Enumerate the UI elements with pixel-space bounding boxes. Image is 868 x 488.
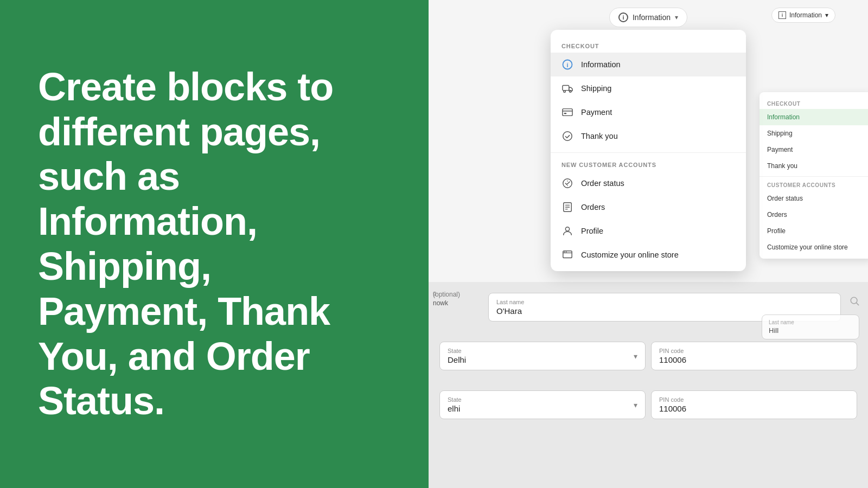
customize-menu-icon [561,249,573,261]
state-field-2[interactable]: State elhi ▾ [439,390,646,419]
menu-item-information[interactable]: i Information [551,53,746,76]
menu-item-orders[interactable]: Orders [551,195,746,219]
info-menu-icon: i [561,59,573,70]
menu-item-customize[interactable]: Customize your online store [551,243,746,267]
menu-item-profile[interactable]: Profile [551,219,746,243]
menu-item-thankyou[interactable]: Thank you [551,124,746,148]
sec-item-profile[interactable]: Profile [760,223,868,239]
menu-item-payment[interactable]: Payment [551,100,746,124]
partial-text-g: g [433,290,436,296]
accounts-section-label: NEW CUSTOMER ACCOUNTS [551,157,746,171]
secondary-information-button[interactable]: i Information ▾ [771,8,835,23]
dropdown-trigger-area: i Information ▾ [609,8,687,27]
state-2-dropdown-icon: ▾ [634,401,637,409]
sec-item-information[interactable]: Information [760,109,868,125]
menu-item-profile-label: Profile [581,227,603,235]
dropdown-trigger-label: Information [633,13,671,22]
svg-point-17 [564,252,565,253]
last-name-label: Last name [496,299,833,305]
secondary-last-name-field: Last name Hill [762,314,859,339]
svg-point-4 [570,91,572,93]
partial-text-nowk: nowk [433,299,448,307]
sec-item-thankyou[interactable]: Thank you [760,158,868,174]
secondary-info-icon: i [778,11,786,19]
svg-rect-2 [563,86,569,91]
sec-item-payment[interactable]: Payment [760,142,868,158]
menu-item-customize-label: Customize your online store [581,251,679,259]
svg-text:i: i [566,62,568,68]
sec-checkout-label: CHECKOUT [760,98,868,109]
state-pin-row: State Delhi ▾ PIN code 110006 [429,342,868,370]
menu-item-order-status-label: Order status [581,179,624,188]
payment-menu-icon [561,106,573,118]
menu-item-shipping-label: Shipping [581,84,611,93]
state-label-2: State [448,396,462,403]
state-field[interactable]: State Delhi ▾ [439,342,646,370]
secondary-trigger-label: Information [789,11,822,19]
state-dropdown-icon: ▾ [634,352,637,361]
secondary-chevron-icon: ▾ [825,11,828,19]
state-value-2: elhi [448,404,462,413]
search-icon [850,296,859,306]
menu-item-orders-label: Orders [581,203,605,211]
svg-rect-5 [563,109,572,116]
right-panel: i Information ▾ CHECKOUT i Information [429,0,868,488]
pin-field-2[interactable]: PIN code 110006 [651,390,857,419]
menu-item-shipping[interactable]: Shipping [551,76,746,100]
pin-field[interactable]: PIN code 110006 [651,342,857,370]
shipping-menu-icon [561,82,573,94]
profile-menu-icon [561,225,573,237]
headline-text: Create blocks to different pages, such a… [38,65,391,423]
svg-rect-7 [564,113,567,114]
pin-value-2: 110006 [659,404,849,413]
main-dropdown-menu: CHECKOUT i Information Shipping [551,30,746,271]
left-panel: Create blocks to different pages, such a… [0,0,429,488]
state-pin-row-2: State elhi ▾ PIN code 110006 [429,390,868,419]
secondary-dropdown-menu: CHECKOUT Information Shipping Payment Th… [760,92,868,259]
state-label: State [448,348,466,354]
secondary-last-name-label: Last name [769,319,852,325]
svg-line-20 [857,303,859,305]
thankyou-menu-icon [561,130,573,142]
svg-point-14 [565,227,569,231]
state-value: Delhi [448,355,466,364]
checkout-section-label: CHECKOUT [551,38,746,53]
pin-value: 110006 [659,355,849,364]
orders-menu-icon [561,201,573,213]
orderstatus-menu-icon [561,177,573,189]
partial-text-optional: (optional) [433,291,460,298]
information-dropdown-button[interactable]: i Information ▾ [609,8,687,27]
menu-divider-1 [551,152,746,153]
sec-divider [760,176,868,177]
sec-accounts-label: CUSTOMER ACCOUNTS [760,179,868,190]
form-area: (optional) nowk g Last name O'Hara State… [429,282,868,488]
chevron-down-icon: ▾ [675,14,678,21]
search-icon-area [850,296,859,308]
sec-item-orders[interactable]: Orders [760,207,868,223]
svg-point-8 [563,132,572,140]
sec-item-customize[interactable]: Customize your online store [760,239,868,255]
menu-item-payment-label: Payment [581,108,612,117]
secondary-dropdown-trigger-area: i Information ▾ [771,8,835,23]
pin-label: PIN code [659,348,849,354]
menu-item-information-label: Information [581,60,621,69]
sec-item-shipping[interactable]: Shipping [760,125,868,142]
menu-item-order-status[interactable]: Order status [551,171,746,195]
svg-point-18 [566,252,567,253]
info-icon: i [618,12,628,22]
secondary-last-name-value: Hill [769,326,852,335]
sec-item-order-status[interactable]: Order status [760,190,868,207]
pin-label-2: PIN code [659,396,849,403]
svg-point-3 [564,91,566,93]
menu-item-thankyou-label: Thank you [581,132,618,140]
